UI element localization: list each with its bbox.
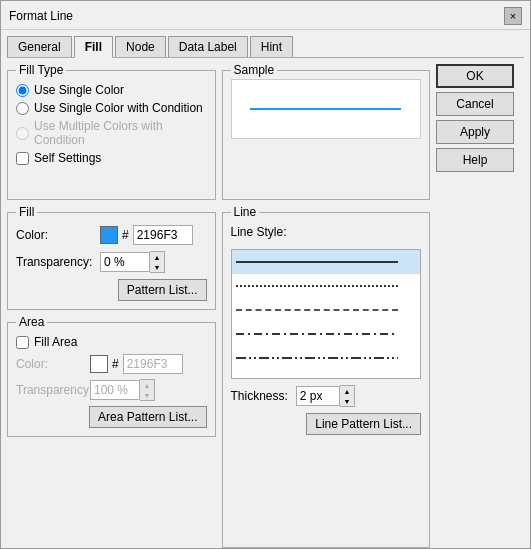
- format-line-dialog: Format Line × General Fill Node Data Lab…: [0, 0, 531, 549]
- fill-color-label: Color:: [16, 228, 96, 242]
- action-buttons-panel: OK Cancel Apply Help: [436, 64, 524, 542]
- cancel-button[interactable]: Cancel: [436, 92, 514, 116]
- fill-transparency-spin-buttons: ▲ ▼: [150, 251, 165, 273]
- apply-button[interactable]: Apply: [436, 120, 514, 144]
- tab-data-label[interactable]: Data Label: [168, 36, 248, 57]
- fill-transparency-spinbox: ▲ ▼: [100, 251, 165, 273]
- line-style-row: Line Style:: [231, 225, 422, 239]
- area-color-input[interactable]: [123, 354, 183, 374]
- tab-hint[interactable]: Hint: [250, 36, 293, 57]
- area-group-label: Area: [16, 315, 47, 329]
- area-transparency-spinbox: ▲ ▼: [90, 379, 155, 401]
- fill-pattern-button[interactable]: Pattern List...: [118, 279, 207, 301]
- radio-single-color-label: Use Single Color: [34, 83, 124, 97]
- line-dash-dot-preview: [236, 333, 398, 335]
- radio-multi-condition-label: Use Multiple Colors with Condition: [34, 119, 207, 147]
- line-thickness-input[interactable]: [296, 386, 340, 406]
- area-color-row: Color: #: [16, 354, 207, 374]
- line-thickness-label: Thickness:: [231, 389, 288, 403]
- line-style-label: Line Style:: [231, 225, 287, 239]
- area-transparency-down[interactable]: ▼: [140, 390, 154, 400]
- line-style-dash-dot[interactable]: [232, 322, 421, 346]
- help-button[interactable]: Help: [436, 148, 514, 172]
- line-content: Line Style:: [231, 225, 422, 435]
- ok-button[interactable]: OK: [436, 64, 514, 88]
- fill-color-swatch[interactable]: [100, 226, 118, 244]
- tab-general[interactable]: General: [7, 36, 72, 57]
- area-color-hash: #: [112, 357, 119, 371]
- line-thickness-spinbox: ▲ ▼: [296, 385, 355, 407]
- radio-single-color[interactable]: [16, 84, 29, 97]
- line-pattern-button[interactable]: Line Pattern List...: [306, 413, 421, 435]
- area-pattern-row: Area Pattern List...: [16, 406, 207, 428]
- fill-transparency-down[interactable]: ▼: [150, 262, 164, 272]
- area-transparency-up[interactable]: ▲: [140, 380, 154, 390]
- line-style-dash-dot2[interactable]: [232, 346, 421, 370]
- radio-single-condition-row: Use Single Color with Condition: [16, 101, 207, 115]
- line-solid-preview: [236, 261, 398, 263]
- fill-transparency-input[interactable]: [100, 252, 150, 272]
- radio-single-condition-label: Use Single Color with Condition: [34, 101, 203, 115]
- fill-transparency-label: Transparency:: [16, 255, 96, 269]
- area-transparency-row: Transparency: ▲ ▼: [16, 379, 207, 401]
- radio-single-condition[interactable]: [16, 102, 29, 115]
- line-thickness-spin-buttons: ▲ ▼: [340, 385, 355, 407]
- sample-label: Sample: [231, 63, 278, 77]
- fill-type-group: Fill Type Use Single Color Use Single Co…: [7, 70, 216, 200]
- line-dotted-preview: [236, 285, 398, 287]
- line-group-label: Line: [231, 205, 260, 219]
- fill-pattern-row: Pattern List...: [16, 279, 207, 301]
- fill-area-row: Fill Area: [16, 335, 207, 349]
- line-style-solid[interactable]: [232, 250, 421, 274]
- area-transparency-label: Transparency:: [16, 383, 86, 397]
- sample-group: Sample: [222, 70, 431, 200]
- fill-color-input[interactable]: [133, 225, 193, 245]
- radio-multi-condition: [16, 127, 29, 140]
- line-thickness-row: Thickness: ▲ ▼: [231, 385, 422, 407]
- fill-color-row: Color: #: [16, 225, 207, 245]
- area-color-swatch[interactable]: [90, 355, 108, 373]
- fill-transparency-row: Transparency: ▲ ▼: [16, 251, 207, 273]
- radio-multi-condition-row: Use Multiple Colors with Condition: [16, 119, 207, 147]
- area-transparency-spin-buttons: ▲ ▼: [140, 379, 155, 401]
- fill-color-hash: #: [122, 228, 129, 242]
- radio-single-color-row: Use Single Color: [16, 83, 207, 97]
- fill-transparency-up[interactable]: ▲: [150, 252, 164, 262]
- area-pattern-button[interactable]: Area Pattern List...: [89, 406, 206, 428]
- line-style-dashed[interactable]: [232, 298, 421, 322]
- line-group: Line Line Style:: [222, 212, 431, 548]
- close-button[interactable]: ×: [504, 7, 522, 25]
- dialog-title: Format Line: [9, 9, 73, 23]
- line-thickness-down[interactable]: ▼: [340, 396, 354, 406]
- title-bar: Format Line ×: [1, 1, 530, 30]
- area-transparency-input[interactable]: [90, 380, 140, 400]
- self-settings-checkbox[interactable]: [16, 152, 29, 165]
- tabs-container: General Fill Node Data Label Hint: [1, 30, 530, 58]
- fill-area-label: Fill Area: [34, 335, 77, 349]
- fill-group-label: Fill: [16, 205, 37, 219]
- sample-area: [231, 79, 422, 139]
- top-row: Fill Type Use Single Color Use Single Co…: [7, 64, 430, 200]
- tab-fill[interactable]: Fill: [74, 36, 113, 58]
- line-thickness-up[interactable]: ▲: [340, 386, 354, 396]
- fill-area-col: Fill Color: # Transparency:: [7, 206, 216, 542]
- line-col: Line Line Style:: [222, 206, 431, 542]
- self-settings-label: Self Settings: [34, 151, 101, 165]
- fill-type-label: Fill Type: [16, 63, 66, 77]
- bottom-row: Fill Color: # Transparency:: [7, 206, 430, 542]
- left-panel: Fill Type Use Single Color Use Single Co…: [7, 64, 430, 542]
- line-style-dotted[interactable]: [232, 274, 421, 298]
- tabs-row: General Fill Node Data Label Hint: [7, 36, 524, 58]
- line-style-list[interactable]: [231, 249, 422, 379]
- line-dash-dot2-preview: [236, 357, 398, 359]
- line-dashed-preview: [236, 309, 398, 311]
- fill-type-options: Use Single Color Use Single Color with C…: [16, 83, 207, 147]
- fill-group: Fill Color: # Transparency:: [7, 212, 216, 310]
- fill-area-checkbox[interactable]: [16, 336, 29, 349]
- tab-node[interactable]: Node: [115, 36, 166, 57]
- self-settings-row: Self Settings: [16, 151, 207, 165]
- line-pattern-row: Line Pattern List...: [231, 413, 422, 435]
- area-group: Area Fill Area Color: #: [7, 322, 216, 437]
- area-color-label: Color:: [16, 357, 86, 371]
- dialog-body: Fill Type Use Single Color Use Single Co…: [1, 58, 530, 548]
